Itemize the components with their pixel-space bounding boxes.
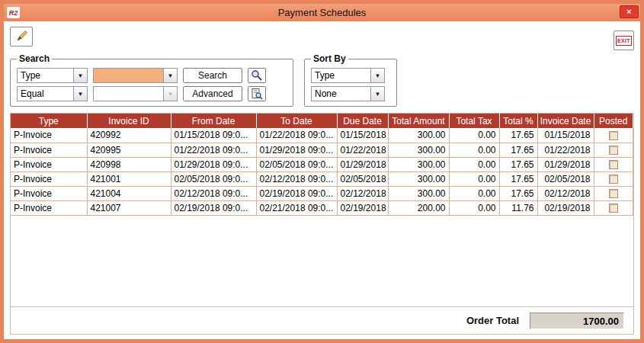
column-header-posted[interactable]: Posted <box>594 114 633 128</box>
cell-posted <box>594 172 633 186</box>
window-content: EXIT Search Type ▼ ▼ Search <box>4 21 640 339</box>
invoice-row[interactable]: P-Invoice 420995 01/22/2018 09:0... 01/2… <box>11 143 633 157</box>
search-lookup-button[interactable] <box>248 68 266 83</box>
pencil-icon <box>14 30 28 43</box>
exit-button[interactable]: EXIT <box>614 30 634 50</box>
advanced-search-button[interactable] <box>248 86 266 101</box>
search-value-combo[interactable]: ▼ <box>93 68 178 83</box>
column-header-invoice-id[interactable]: Invoice ID <box>87 114 171 128</box>
cell-invoice-id: 421001 <box>87 172 171 186</box>
invoice-table-body: P-Invoice 420992 01/15/2018 09:0... 01/2… <box>11 128 633 215</box>
search-legend: Search <box>17 53 52 64</box>
cell-total-pct: 17.65 <box>499 172 537 186</box>
column-header-due-date[interactable]: Due Date <box>337 114 388 128</box>
cell-due-date: 02/05/2018 <box>337 172 388 186</box>
cell-posted <box>594 157 633 172</box>
cell-total-tax: 0.00 <box>449 200 499 215</box>
sort-row-2: None ▼ <box>311 86 390 101</box>
invoice-row[interactable]: P-Invoice 420992 01/15/2018 09:0... 01/2… <box>11 128 633 143</box>
cell-type: P-Invoice <box>11 200 87 215</box>
cell-total-tax: 0.00 <box>449 186 499 200</box>
toolbar: EXIT <box>4 21 640 52</box>
sort-secondary-combo[interactable]: None ▼ <box>311 86 385 101</box>
sortby-groupbox: Sort By Type ▼ None ▼ <box>304 53 397 107</box>
invoice-row[interactable]: P-Invoice 421004 02/12/2018 09:0... 02/1… <box>11 186 633 200</box>
cell-due-date: 01/15/2018 <box>337 128 388 143</box>
invoice-row[interactable]: P-Invoice 420998 01/29/2018 09:0... 02/0… <box>11 157 633 172</box>
column-header-to-date[interactable]: To Date <box>256 114 337 128</box>
chevron-down-icon[interactable]: ▼ <box>73 68 88 83</box>
search-groupbox: Search Type ▼ ▼ Search <box>10 53 293 107</box>
sortby-legend: Sort By <box>311 53 348 64</box>
cell-invoice-id: 421007 <box>87 200 171 215</box>
cell-total-amount: 300.00 <box>388 186 449 200</box>
cell-to-date: 02/05/2018 09:0... <box>256 157 337 172</box>
cell-type: P-Invoice <box>11 128 87 143</box>
cell-invoice-id: 421004 <box>87 186 171 200</box>
cell-due-date: 01/29/2018 <box>337 157 388 172</box>
cell-invoice-date: 02/05/2018 <box>537 172 594 186</box>
column-header-invoice-date[interactable]: Invoice Date <box>537 114 594 128</box>
cell-invoice-id: 420998 <box>87 157 171 172</box>
search-row-1: Type ▼ ▼ Search <box>17 68 287 83</box>
invoice-table: TypeInvoice IDFrom DateTo DateDue DateTo… <box>11 114 633 216</box>
search-value-input[interactable] <box>93 68 163 83</box>
chevron-down-icon[interactable]: ▼ <box>370 68 385 83</box>
chevron-down-icon[interactable]: ▼ <box>370 86 385 101</box>
chevron-down-icon[interactable]: ▼ <box>163 68 178 83</box>
column-header-from-date[interactable]: From Date <box>171 114 256 128</box>
chevron-down-icon[interactable]: ▼ <box>73 86 88 101</box>
invoice-row[interactable]: P-Invoice 421001 02/05/2018 09:0... 02/1… <box>11 172 633 186</box>
cell-from-date: 02/19/2018 09:0... <box>171 200 256 215</box>
search-button[interactable]: Search <box>183 68 242 83</box>
posted-checkbox[interactable] <box>609 189 618 198</box>
cell-invoice-date: 01/22/2018 <box>537 143 594 157</box>
search-field-value: Type <box>17 68 73 83</box>
cell-type: P-Invoice <box>11 143 87 157</box>
advanced-button[interactable]: Advanced <box>183 86 242 101</box>
title-bar: R2 Payment Schedules × <box>4 4 640 21</box>
cell-to-date: 02/12/2018 09:0... <box>256 172 337 186</box>
cell-to-date: 01/29/2018 09:0... <box>256 143 337 157</box>
cell-total-tax: 0.00 <box>449 172 499 186</box>
cell-total-amount: 300.00 <box>388 172 449 186</box>
cell-total-tax: 0.00 <box>449 157 499 172</box>
sort-primary-combo[interactable]: Type ▼ <box>311 68 385 83</box>
cell-from-date: 01/22/2018 09:0... <box>171 143 256 157</box>
column-header-total[interactable]: Total % <box>499 114 537 128</box>
posted-checkbox[interactable] <box>609 146 618 155</box>
cell-due-date: 02/12/2018 <box>337 186 388 200</box>
table-empty-area <box>11 216 633 307</box>
exit-label: EXIT <box>616 36 632 46</box>
cell-type: P-Invoice <box>11 172 87 186</box>
search-operator-combo[interactable]: Equal ▼ <box>17 86 88 101</box>
cell-total-pct: 11.76 <box>499 200 537 215</box>
posted-checkbox[interactable] <box>609 204 618 213</box>
column-header-total-amount[interactable]: Total Amount <box>388 114 449 128</box>
column-header-total-tax[interactable]: Total Tax <box>449 114 499 128</box>
invoice-row[interactable]: P-Invoice 421007 02/19/2018 09:0... 02/2… <box>11 200 633 215</box>
column-header-type[interactable]: Type <box>11 114 87 128</box>
magnifier-icon <box>251 69 263 82</box>
cell-to-date: 02/21/2018 09:0... <box>256 200 337 215</box>
close-button[interactable]: × <box>620 5 639 18</box>
search-row-2: Equal ▼ ▼ Advanced <box>17 86 287 101</box>
cell-from-date: 02/12/2018 09:0... <box>171 186 256 200</box>
sort-row-1: Type ▼ <box>311 68 390 83</box>
cell-invoice-id: 420992 <box>87 128 171 143</box>
cell-posted <box>594 186 633 200</box>
cell-to-date: 02/19/2018 09:0... <box>256 186 337 200</box>
cell-type: P-Invoice <box>11 157 87 172</box>
cell-total-amount: 300.00 <box>388 157 449 172</box>
posted-checkbox[interactable] <box>609 160 618 169</box>
posted-checkbox[interactable] <box>609 175 618 184</box>
posted-checkbox[interactable] <box>609 131 618 140</box>
app-logo-icon: R2 <box>7 7 20 18</box>
cell-total-amount: 300.00 <box>388 128 449 143</box>
search-field-combo[interactable]: Type ▼ <box>17 68 88 83</box>
cell-posted <box>594 200 633 215</box>
grid-panel: TypeInvoice IDFrom DateTo DateDue DateTo… <box>10 113 634 335</box>
chevron-down-icon: ▼ <box>163 86 178 101</box>
edit-button[interactable] <box>10 27 33 46</box>
payment-schedules-window: R2 Payment Schedules × EXIT Search Type <box>0 0 644 343</box>
